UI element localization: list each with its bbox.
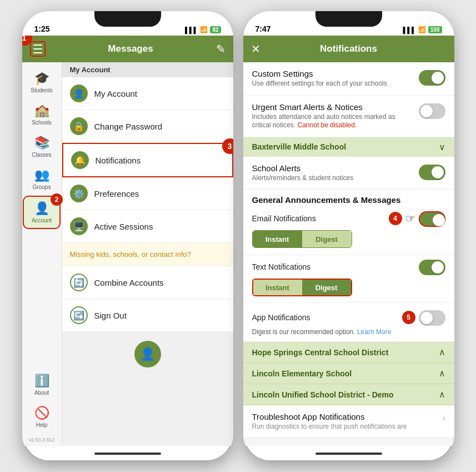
step-5-badge: 5 <box>402 311 415 324</box>
hamburger-menu-button[interactable] <box>30 41 46 57</box>
lincoln-unified-chevron: ∧ <box>439 389 445 400</box>
combine-accounts-label: Combine Accounts <box>94 278 164 287</box>
step-2-badge: 2 <box>51 193 63 206</box>
close-button[interactable]: ✕ <box>251 42 260 56</box>
sidebar-item-students[interactable]: 🎓 Students <box>23 67 61 98</box>
active-sessions-label: Active Sessions <box>94 222 153 231</box>
urgent-smart-title: Urgent Smart Alerts & Notices <box>252 102 413 112</box>
menu-item-preferences[interactable]: ⚙️ Preferences <box>62 177 233 210</box>
custom-settings-toggle[interactable] <box>419 70 445 86</box>
about-icon: ℹ️ <box>34 374 49 388</box>
right-phone-notch <box>315 11 382 27</box>
home-bar <box>94 453 161 455</box>
email-instant-btn[interactable]: Instant <box>253 231 302 247</box>
baxterville-chevron: ∨ <box>439 142 445 152</box>
menu-item-my-account[interactable]: 👤 My Account <box>62 77 233 110</box>
help-label: Help <box>36 422 48 428</box>
lincoln-elementary-label: Lincoln Elementary School <box>252 369 352 378</box>
home-indicator-right <box>243 446 454 461</box>
classes-icon: 📚 <box>34 136 49 150</box>
right-signal-icon: ▌▌▌ <box>403 27 415 33</box>
urgent-smart-text: Urgent Smart Alerts & Notices Includes a… <box>252 102 419 130</box>
troubleshoot-arrow: › <box>442 413 445 423</box>
link-kids-label: Missing kids, schools, or contact info? <box>70 250 191 259</box>
app-toggle-knob <box>420 312 433 324</box>
text-notif-header: Text Notifications <box>252 259 445 275</box>
about-label: About <box>34 390 49 396</box>
hope-springs-label: Hope Springs Central School District <box>252 348 389 357</box>
lincoln-elementary-chevron: ∧ <box>439 368 445 379</box>
text-toggle-knob <box>432 261 444 274</box>
sidebar-item-account[interactable]: 2 👤 Account <box>23 196 61 229</box>
custom-settings-toggle-knob <box>432 72 444 84</box>
menu-item-change-password[interactable]: 🔒 Change Password <box>62 110 233 143</box>
general-announcements-title: General Announcements & Messages <box>252 195 445 205</box>
left-time: 1:25 <box>34 24 50 33</box>
menu-item-notifications[interactable]: 🔔 Notifications 3 <box>62 143 233 177</box>
text-notif-label: Text Notifications <box>252 262 311 271</box>
email-digest-btn[interactable]: Digest <box>302 231 352 247</box>
right-phone: 7:47 ▌▌▌ 📶 100 ✕ Notifications Custom Se… <box>243 11 454 461</box>
left-header: 1 Messages ✎ <box>22 36 233 62</box>
sidebar-item-help[interactable]: 🚫 Help <box>23 401 61 433</box>
left-phone-content: 1 Messages ✎ 🎓 Students <box>22 36 233 446</box>
text-notifications-toggle[interactable] <box>419 260 445 275</box>
edit-icon[interactable]: ✎ <box>216 42 226 56</box>
sidebar-item-about[interactable]: ℹ️ About <box>23 369 61 400</box>
right-wifi-icon: 📶 <box>418 26 426 33</box>
app-notifications-toggle[interactable] <box>419 310 445 326</box>
custom-settings-title: Custom Settings <box>252 69 413 78</box>
lincoln-unified-row[interactable]: Lincoln Unified School District - Demo ∧ <box>243 384 454 405</box>
urgent-smart-toggle[interactable] <box>419 103 445 119</box>
account-icon: 👤 <box>34 201 49 216</box>
left-body: 🎓 Students 🏫 Schools 📚 Classes 👥 Groups <box>22 62 233 446</box>
sidebar-item-classes[interactable]: 📚 Classes <box>23 131 61 162</box>
preferences-icon: ⚙️ <box>70 185 88 202</box>
active-sessions-icon: 🖥️ <box>70 217 88 235</box>
notifications-panel-title: Notifications <box>320 43 377 54</box>
email-notif-label: Email Notifications <box>252 214 316 223</box>
help-icon: 🚫 <box>34 406 49 420</box>
schools-label: Schools <box>32 120 52 126</box>
sidebar-item-groups[interactable]: 👥 Groups <box>23 163 61 195</box>
troubleshoot-sub: Run diagnostics to ensure that push noti… <box>252 423 443 430</box>
email-toggle-knob <box>433 214 445 226</box>
menu-item-link-kids[interactable]: Missing kids, schools, or contact info? <box>62 243 233 266</box>
phone-notch <box>94 11 161 27</box>
hope-springs-row[interactable]: Hope Springs Central School District ∧ <box>243 342 454 363</box>
email-toggle-area: 4 ☞ <box>389 210 445 227</box>
text-digest-btn[interactable]: Digest <box>302 280 351 295</box>
right-battery-badge: 100 <box>428 26 442 33</box>
troubleshoot-title: Troubleshoot App Notifications <box>252 412 443 421</box>
notifications-header: ✕ Notifications <box>243 36 454 62</box>
troubleshoot-row[interactable]: Troubleshoot App Notifications Run diagn… <box>243 405 454 438</box>
sign-out-label: Sign Out <box>94 311 127 320</box>
app-notif-text: App Notifications 5 <box>252 309 445 326</box>
menu-item-sign-out[interactable]: ↪️ Sign Out <box>62 299 233 332</box>
urgent-smart-sub: Includes attendance and auto notices mar… <box>252 113 413 130</box>
school-alerts-title: School Alerts <box>252 163 413 173</box>
app-notifications-row: App Notifications 5 <box>243 302 454 328</box>
menu-item-combine-accounts[interactable]: 🔄 Combine Accounts <box>62 266 233 299</box>
hand-cursor-icon: ☞ <box>405 212 415 225</box>
learn-more-link[interactable]: Learn More <box>357 328 391 336</box>
email-notifications-toggle[interactable] <box>419 211 445 227</box>
step-4-badge: 4 <box>389 212 402 225</box>
text-instant-btn[interactable]: Instant <box>253 280 302 295</box>
text-seg-control: Instant Digest <box>252 279 352 296</box>
lincoln-elementary-row[interactable]: Lincoln Elementary School ∧ <box>243 363 454 384</box>
menu-line-3 <box>33 52 42 53</box>
custom-settings-text: Custom Settings Use different settings f… <box>252 69 419 88</box>
lincoln-unified-label: Lincoln Unified School District - Demo <box>252 390 394 399</box>
sidebar: 🎓 Students 🏫 Schools 📚 Classes 👥 Groups <box>22 62 62 446</box>
menu-item-active-sessions[interactable]: 🖥️ Active Sessions <box>62 210 233 243</box>
baxterville-separator[interactable]: Baxterville Middle School ∨ <box>243 137 454 157</box>
right-home-bar <box>315 453 382 455</box>
app-notif-header: App Notifications 5 <box>252 309 445 326</box>
step-3-badge: 3 <box>222 138 233 154</box>
sidebar-item-schools[interactable]: 🏫 Schools <box>23 99 61 130</box>
classes-label: Classes <box>32 152 52 158</box>
students-icon: 🎓 <box>34 71 49 86</box>
school-alerts-text: School Alerts Alerts/reminders & student… <box>252 163 419 183</box>
school-alerts-toggle[interactable] <box>419 165 445 180</box>
